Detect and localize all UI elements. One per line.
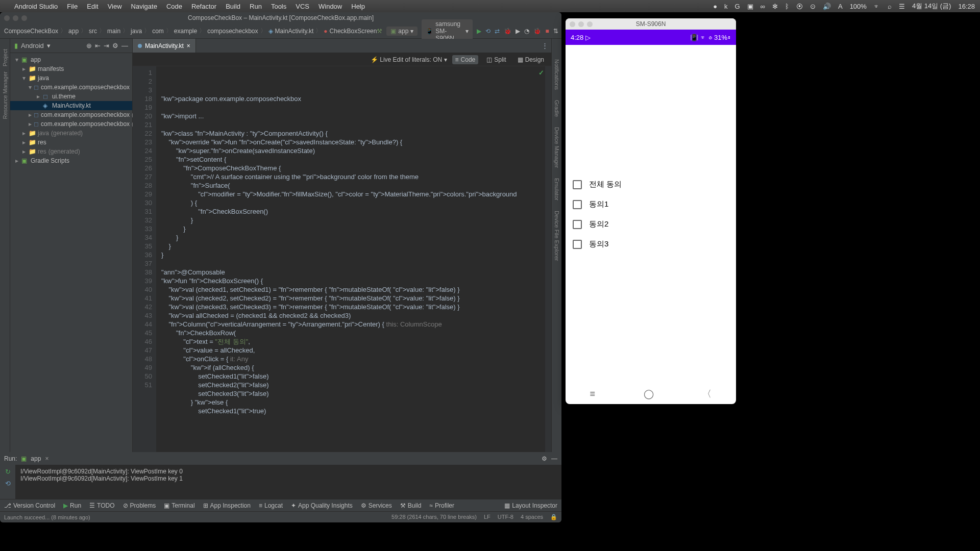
gear-icon[interactable]: ⚙ <box>542 455 547 462</box>
checkbox-icon[interactable] <box>573 220 582 229</box>
crumb[interactable]: src <box>89 28 97 35</box>
tool-tab-device-manager[interactable]: Device Manager <box>554 127 560 168</box>
gutter[interactable]: 1231819202122232425262728293031323334353… <box>133 66 156 452</box>
project-header[interactable]: ▮Android▾ ⊕ ⇤ ⇥ ⚙ — <box>10 39 132 53</box>
close-tab-icon[interactable]: × <box>187 42 190 49</box>
tray-icon[interactable]: G <box>735 3 740 10</box>
tool-tab-device-explorer[interactable]: Device File Explorer <box>554 211 560 261</box>
crumb[interactable]: app <box>68 28 79 35</box>
attach-debug-icon[interactable]: 🐞 <box>533 28 541 35</box>
tree-item[interactable]: ▸📁res (generated) <box>10 147 132 156</box>
wifi-icon[interactable]: ᯤ <box>874 3 880 10</box>
lock-icon[interactable]: 🔒 <box>550 514 557 520</box>
tray-icon[interactable]: ● <box>713 3 717 10</box>
tree-item[interactable]: ▸▣Gradle Scripts <box>10 156 132 165</box>
menu-item[interactable]: Help <box>351 3 365 10</box>
tool-logcat[interactable]: ≡Logcat <box>259 502 283 509</box>
menu-item[interactable]: VCS <box>296 3 309 10</box>
tray-icon[interactable]: ⦿ <box>796 3 803 10</box>
menu-item[interactable]: Window <box>318 3 342 10</box>
menu-item[interactable]: Refactor <box>191 3 216 10</box>
menu-item[interactable]: Run <box>250 3 262 10</box>
breadcrumbs[interactable]: ComposeCheckBox〉 app〉 src〉 main〉 java〉 c… <box>4 27 377 35</box>
caret-position[interactable]: 59:28 (2614 chars, 70 line breaks) <box>391 514 477 520</box>
menu-item[interactable]: Tools <box>271 3 286 10</box>
crumb[interactable]: example <box>174 28 197 35</box>
target-icon[interactable]: ⊕ <box>86 42 92 49</box>
code-content[interactable]: ✓ "kw">package com.example.composecheckb… <box>156 66 545 452</box>
maximize-icon[interactable] <box>587 21 593 27</box>
gear-icon[interactable]: ⚙ <box>112 42 118 49</box>
checkbox-icon[interactable] <box>573 240 582 249</box>
project-tree[interactable]: ▾▣app▸📁manifests▾📁java▾◻com.example.comp… <box>10 53 132 452</box>
tab-mainactivity[interactable]: MainActivity.kt × <box>133 39 196 53</box>
tool-todo[interactable]: ☰TODO <box>89 502 114 509</box>
checkbox-row-all[interactable]: 전체 동의 <box>571 174 731 194</box>
close-icon[interactable] <box>570 21 575 27</box>
more-icon[interactable]: ⋮ <box>542 42 548 49</box>
minimize-icon[interactable] <box>578 21 584 27</box>
bluetooth-icon[interactable]: ᛒ <box>785 3 789 10</box>
recents-icon[interactable]: ≡ <box>590 389 596 399</box>
menu-item[interactable]: Android Studio <box>14 3 58 10</box>
tool-problems[interactable]: ⊘Problems <box>123 502 156 509</box>
menu-item[interactable]: File <box>67 3 78 10</box>
crumb[interactable]: main <box>107 28 120 35</box>
crumb[interactable]: composecheckbox <box>207 28 258 35</box>
indent[interactable]: 4 spaces <box>521 514 543 520</box>
tool-app-inspection[interactable]: ⊞App Inspection <box>203 502 251 509</box>
menu-item[interactable]: Edit <box>87 3 98 10</box>
live-edit-toggle[interactable]: ⚡ Live Edit of literals: ON ▾ <box>371 56 447 63</box>
tree-item[interactable]: ▾◻com.example.composecheckbox <box>10 83 132 92</box>
checkbox-row-2[interactable]: 동의2 <box>571 214 731 234</box>
volume-icon[interactable]: 🔊 <box>823 3 831 10</box>
view-design-button[interactable]: ▦ Design <box>514 55 547 64</box>
tree-item[interactable]: ▸📁java (generated) <box>10 129 132 138</box>
crumb[interactable]: java <box>131 28 142 35</box>
checkbox-icon[interactable] <box>573 200 582 209</box>
tray-icon[interactable]: ⊙ <box>810 3 816 10</box>
close-icon[interactable] <box>4 15 10 21</box>
stop-icon[interactable]: ⟲ <box>5 480 11 487</box>
collapse-icon[interactable]: ⇤ <box>95 42 101 49</box>
tool-run[interactable]: ▶Run <box>63 502 81 509</box>
coverage-icon[interactable]: ▶ <box>516 28 520 35</box>
apply-code-icon[interactable]: ⇄ <box>495 28 500 35</box>
rerun-icon[interactable]: ↻ <box>5 468 11 475</box>
tree-item[interactable]: ▾▣app <box>10 55 132 64</box>
tool-tab-project[interactable]: Project <box>2 49 8 66</box>
hide-icon[interactable]: — <box>121 42 128 49</box>
hammer-icon[interactable]: ⚒ <box>377 28 382 35</box>
apply-changes-icon[interactable]: ⟲ <box>485 28 491 35</box>
stop-icon[interactable]: ■ <box>545 28 549 35</box>
tree-item[interactable]: ▸◻com.example.composecheckbox (test) <box>10 119 132 129</box>
tray-icon[interactable]: ✻ <box>772 3 778 10</box>
crumb[interactable]: MainActivity.kt <box>275 28 314 35</box>
profile-icon[interactable]: ◔ <box>524 28 529 35</box>
tray-icon[interactable]: ▣ <box>747 3 753 10</box>
tree-item[interactable]: ▸📁manifests <box>10 64 132 73</box>
inspection-ok-icon[interactable]: ✓ <box>538 68 544 77</box>
view-code-button[interactable]: ≡ Code <box>452 55 479 64</box>
tool-services[interactable]: ⚙Services <box>361 502 392 509</box>
menu-item[interactable]: Navigate <box>131 3 157 10</box>
close-run-tab-icon[interactable]: × <box>45 455 48 462</box>
run-config-selector[interactable]: ▣app▾ <box>386 27 418 36</box>
tool-profiler[interactable]: ≈Profiler <box>429 502 454 509</box>
crumb[interactable]: CheckBoxScreen <box>330 28 377 35</box>
menu-item[interactable]: View <box>108 3 122 10</box>
tool-tab-emulator[interactable]: Emulator <box>554 178 560 201</box>
expand-icon[interactable]: ⇥ <box>104 42 109 49</box>
line-separator[interactable]: LF <box>484 514 491 520</box>
tree-item[interactable]: ◈MainActivity.kt <box>10 101 132 110</box>
tree-item[interactable]: ▸◻com.example.composecheckbox (andro <box>10 110 132 119</box>
run-log[interactable]: I/ViewRootImpl@9c6092d[MainActivity]: Vi… <box>15 465 561 499</box>
tree-item[interactable]: ▸📁res <box>10 138 132 147</box>
tool-tab-notifications[interactable]: Notifications <box>554 59 560 90</box>
tray-icon[interactable]: k <box>724 3 728 10</box>
encoding[interactable]: UTF-8 <box>498 514 513 520</box>
control-center-icon[interactable]: ☰ <box>899 3 905 10</box>
tray-icon[interactable]: ∞ <box>761 3 765 10</box>
checkbox-row-1[interactable]: 동의1 <box>571 194 731 214</box>
search-icon[interactable]: ⌕ <box>888 3 892 10</box>
